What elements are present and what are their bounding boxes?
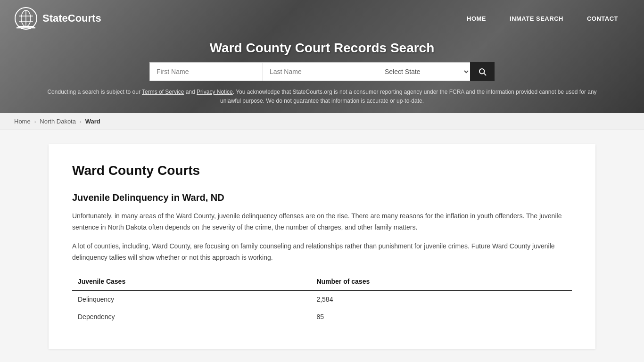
- table-header-row: Juvenile Cases Number of cases: [72, 273, 572, 290]
- case-type: Dependency: [72, 308, 311, 325]
- search-icon: [478, 67, 487, 76]
- terms-link[interactable]: Terms of Service: [142, 89, 184, 95]
- breadcrumb-state[interactable]: North Dakota: [40, 118, 76, 125]
- privacy-link[interactable]: Privacy Notice: [197, 89, 233, 95]
- site-header: StateCourts HOME INMATE SEARCH CONTACT W…: [0, 0, 644, 113]
- nav-home[interactable]: HOME: [455, 10, 498, 27]
- county-title: Ward County Courts: [72, 163, 572, 178]
- breadcrumb-sep-2: ›: [80, 119, 82, 124]
- breadcrumb: Home › North Dakota › Ward: [0, 113, 644, 130]
- table-row: Dependency 85: [72, 308, 572, 325]
- case-count: 2,584: [311, 290, 572, 308]
- logo-text: StateCourts: [42, 12, 101, 25]
- search-bar: Select State Alabama Alaska Arizona Arka…: [14, 62, 630, 81]
- svg-line-8: [484, 73, 486, 75]
- nav-contact[interactable]: CONTACT: [575, 10, 630, 27]
- breadcrumb-home[interactable]: Home: [14, 118, 31, 125]
- state-select[interactable]: Select State Alabama Alaska Arizona Arka…: [376, 62, 470, 81]
- nav-inmate-search[interactable]: INMATE SEARCH: [498, 10, 575, 27]
- juvenile-cases-table: Juvenile Cases Number of cases Delinquen…: [72, 273, 572, 325]
- site-logo[interactable]: StateCourts: [14, 7, 101, 30]
- search-button[interactable]: [470, 62, 495, 81]
- section-title: Juvenile Delinquency in Ward, ND: [72, 192, 572, 203]
- main-content: Ward County Courts Juvenile Delinquency …: [49, 144, 595, 348]
- col-juvenile-cases: Juvenile Cases: [72, 273, 311, 290]
- paragraph-2: A lot of counties, including, Ward Count…: [72, 241, 572, 263]
- col-number-of-cases: Number of cases: [311, 273, 572, 290]
- page-title-area: Ward County Court Records Search: [14, 36, 630, 62]
- breadcrumb-current: Ward: [85, 118, 100, 125]
- table-row: Delinquency 2,584: [72, 290, 572, 308]
- page-title: Ward County Court Records Search: [14, 41, 630, 56]
- first-name-input[interactable]: [149, 62, 263, 81]
- case-type: Delinquency: [72, 290, 311, 308]
- logo-icon: [14, 7, 38, 30]
- paragraph-1: Unfortunately, in many areas of the Ward…: [72, 211, 572, 233]
- last-name-input[interactable]: [263, 62, 376, 81]
- top-navigation: StateCourts HOME INMATE SEARCH CONTACT: [14, 7, 630, 30]
- nav-links: HOME INMATE SEARCH CONTACT: [455, 10, 630, 27]
- breadcrumb-sep-1: ›: [34, 119, 36, 124]
- disclaimer-text: Conducting a search is subject to our Te…: [14, 88, 630, 113]
- case-count: 85: [311, 308, 572, 325]
